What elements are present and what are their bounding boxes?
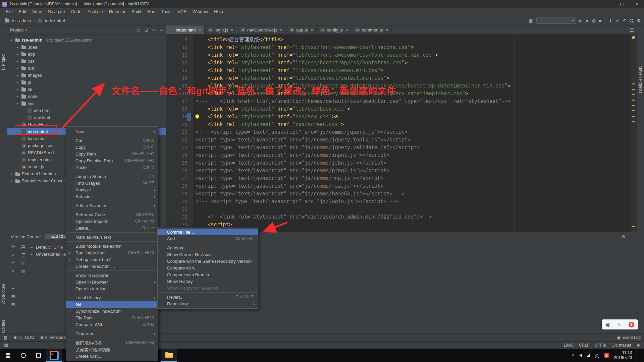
menu-item-commit-file[interactable]: Commit File...: [158, 229, 258, 235]
menu-item-analyze[interactable]: Analyze▸: [66, 186, 158, 193]
tree-expand-icon[interactable]: ▾: [9, 38, 14, 42]
tree-expand-icon[interactable]: ▸: [15, 66, 20, 70]
run-config-select[interactable]: ▾: [536, 17, 576, 24]
panel-settings-icon[interactable]: ⚙: [152, 27, 156, 33]
menu-item-open-in-browser[interactable]: Open in Browser▸: [66, 279, 158, 285]
menu-file[interactable]: File: [3, 8, 16, 15]
inspection-indicator[interactable]: [632, 36, 635, 39]
menu-item-compare-with-the-same-repository-version[interactable]: Compare with the Same Repository Version: [158, 258, 258, 264]
tree-expand-icon[interactable]: ▸: [15, 73, 20, 77]
menu-item-paste[interactable]: PasteCtrl+V: [66, 164, 158, 171]
menu-item-file-path[interactable]: File PathCtrl+Alt+F12: [66, 314, 158, 321]
task-view-button[interactable]: [31, 349, 46, 362]
warning-mark[interactable]: [632, 105, 635, 106]
menu-item-show-current-revision[interactable]: Show Current Revision: [158, 251, 258, 258]
menu-item-compare-with[interactable]: Compare with...: [158, 264, 258, 271]
collapse-all-vc-icon[interactable]: ⊟: [11, 302, 15, 307]
menu-vcs[interactable]: VCS: [174, 8, 190, 15]
menu-item-new[interactable]: New▸: [66, 128, 158, 135]
tree-expand-icon[interactable]: ▸: [15, 95, 20, 98]
menu-item-compare-with-branch[interactable]: Compare with Branch...: [158, 271, 258, 278]
close-tab-icon[interactable]: ×: [280, 27, 283, 33]
hide-panel-icon[interactable]: ─: [160, 27, 163, 33]
menu-item-add[interactable]: AddCtrl+Alt+A: [158, 235, 258, 242]
menu-item-debug-index-html[interactable]: ●Debug 'index.html': [66, 256, 158, 263]
debug-icon[interactable]: ●: [586, 18, 589, 23]
stop-icon[interactable]: ■: [599, 18, 602, 23]
menu-item-delete[interactable]: Delete...Delete: [66, 225, 158, 231]
vc-hide-icon[interactable]: ─: [630, 234, 633, 239]
run-icon[interactable]: ▶: [579, 18, 583, 23]
warning-mark[interactable]: [632, 226, 635, 227]
inspections-profile-icon[interactable]: ⊕: [637, 343, 640, 348]
caret-position[interactable]: 19:48: [564, 343, 574, 348]
menu-item-compare-with[interactable]: Compare With...Ctrl+D: [66, 321, 158, 328]
menu-edit[interactable]: Edit: [16, 8, 29, 15]
tree-item-css[interactable]: ▸css: [7, 58, 166, 65]
sogou-tray-icon[interactable]: S: [604, 353, 609, 358]
ime-toolbar[interactable]: 英 ✎ S: [602, 319, 638, 329]
menu-item-show-history-for-selection[interactable]: Show History for Selection: [158, 285, 258, 291]
tree-expand-icon[interactable]: ▾: [15, 102, 20, 105]
tree-expand-icon[interactable]: ▸: [30, 252, 34, 256]
vc-rollback-icon[interactable]: ↶: [11, 260, 15, 265]
cortana-button[interactable]: [15, 349, 31, 362]
encoding-indicator[interactable]: UTF-8: [595, 343, 606, 348]
code-content[interactable]: <title>后台管理系统</title> <link rel="stylesh…: [193, 35, 631, 232]
recent-tabs-icon[interactable]: ☰: [629, 27, 634, 33]
tree-item-dist[interactable]: ▸dist: [7, 65, 166, 72]
warning-mark[interactable]: [632, 83, 635, 84]
menu-item-synchronize-index-html[interactable]: Synchronize 'index.html': [66, 308, 158, 314]
menu-item-local-history[interactable]: Local History▸: [66, 294, 158, 301]
stripe-project-button[interactable]: 1: Project: [1, 54, 6, 71]
menu-analyze[interactable]: Analyze: [85, 8, 106, 15]
tab-login-js[interactable]: JSlogin.js×: [205, 25, 237, 34]
network-icon[interactable]: [587, 354, 590, 357]
menu-item-refactor[interactable]: Refactor▸: [66, 193, 158, 200]
tree-expand-icon[interactable]: ▸: [9, 172, 14, 176]
locate-file-icon[interactable]: ◎: [137, 27, 140, 33]
changelist-icon[interactable]: ≡: [12, 268, 14, 274]
ime-indicator[interactable]: 英: [595, 353, 599, 358]
git-branch-indicator[interactable]: Git: master: [611, 343, 631, 348]
warning-mark[interactable]: [632, 110, 635, 111]
line-ending-indicator[interactable]: CRLF: [579, 343, 589, 348]
minimize-button[interactable]: ─: [600, 0, 614, 8]
tab-config-js[interactable]: JSconfig.js×: [317, 25, 352, 34]
tree-item-images[interactable]: ▸images: [7, 72, 166, 79]
statusbar-grid-icon[interactable]: ▦: [4, 343, 8, 348]
hidden-icons-chevron[interactable]: ˄: [572, 353, 575, 358]
ime-mode-label[interactable]: 英: [605, 321, 610, 328]
menu-item-git[interactable]: Git▸: [66, 301, 158, 308]
menu-item-jump-to-source[interactable]: Jump to SourceF4: [66, 173, 158, 180]
taskbar-clock[interactable]: 11:13 2018/7/20: [614, 350, 632, 360]
taskbar-explorer-button[interactable]: [161, 349, 177, 362]
tab-navcontroller-js[interactable]: JSnavController.js×: [237, 25, 286, 34]
menu-code[interactable]: Code: [68, 8, 85, 15]
close-tab-icon[interactable]: ×: [231, 27, 233, 33]
start-button[interactable]: [0, 349, 15, 362]
action-center-button[interactable]: [637, 349, 642, 362]
add-changelist-icon[interactable]: ＋: [11, 277, 15, 283]
close-button[interactable]: ✕: [629, 0, 644, 8]
menu-item-revert[interactable]: Revert...Ctrl+Alt+Z: [158, 294, 258, 300]
update-project-icon[interactable]: ⬇: [609, 18, 612, 23]
sogou-logo-icon[interactable]: S: [629, 322, 634, 327]
tree-item-idea[interactable]: ▸.idea: [7, 44, 166, 51]
close-tab-icon[interactable]: ×: [345, 27, 348, 33]
menu-refactor[interactable]: Refactor: [106, 8, 128, 15]
menu-item-copy[interactable]: CopyCtrl+C: [66, 144, 158, 150]
component-grid-icon[interactable]: ▦: [529, 18, 533, 23]
menu-item-create-index-html[interactable]: Create 'index.html'...: [66, 263, 158, 269]
tab-app-js[interactable]: JSapp.js×: [286, 25, 317, 34]
warning-mark[interactable]: [632, 121, 635, 122]
rollback-icon[interactable]: ↶: [623, 18, 626, 23]
group-by-icon[interactable]: ▤: [21, 244, 25, 249]
project-panel-title[interactable]: Project: [10, 27, 23, 33]
coverage-icon[interactable]: ◎: [592, 18, 595, 23]
menu-tools[interactable]: Tools: [158, 8, 174, 15]
warning-mark[interactable]: [632, 89, 635, 90]
volume-icon[interactable]: [579, 354, 582, 357]
menu-item-optimize-imports[interactable]: Optimize ImportsCtrl+Alt+O: [66, 218, 158, 225]
close-tab-icon[interactable]: ×: [386, 27, 388, 33]
